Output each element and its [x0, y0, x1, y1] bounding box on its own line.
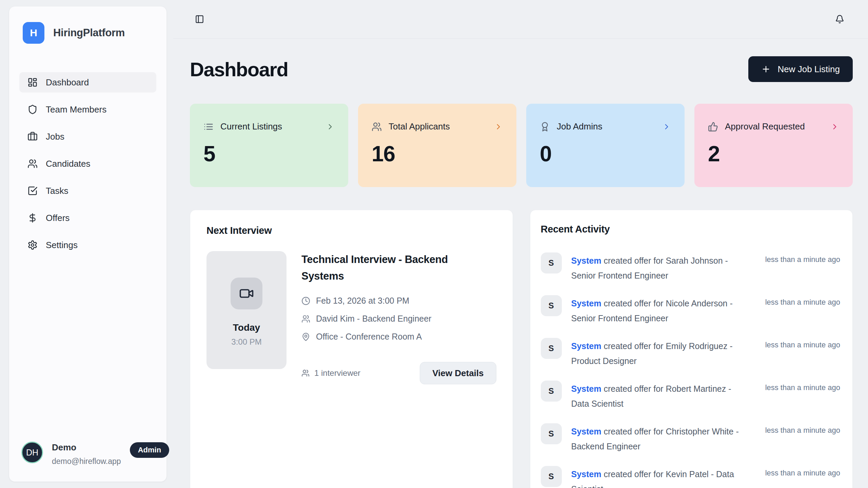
- chevron-right-icon[interactable]: [662, 122, 671, 131]
- sidebar-item-label: Team Members: [46, 104, 106, 115]
- activity-timestamp: less than a minute ago: [765, 466, 840, 477]
- sidebar-item[interactable]: Tasks: [19, 181, 156, 201]
- sidebar-item-icon: [27, 131, 38, 142]
- stat-card[interactable]: Current Listings 5: [190, 104, 348, 187]
- interview-body: Today 3:00 PM Technical Interview - Back…: [206, 251, 496, 384]
- bell-icon[interactable]: [835, 15, 844, 24]
- activity-message: System created offer for Robert Martinez…: [571, 381, 743, 411]
- stat-label: Approval Requested: [725, 121, 805, 132]
- sidebar-item[interactable]: Offers: [19, 208, 156, 228]
- activity-avatar: S: [541, 295, 562, 316]
- activity-message: System created offer for Emily Rodriguez…: [571, 338, 743, 368]
- sidebar-item[interactable]: Team Members: [19, 99, 156, 120]
- stat-icon: [708, 122, 718, 132]
- sidebar-item-label: Dashboard: [46, 77, 89, 88]
- sidebar-toggle-icon[interactable]: [195, 15, 204, 24]
- activity-avatar: S: [541, 381, 562, 402]
- activity-timestamp: less than a minute ago: [765, 252, 840, 264]
- interview-time: 3:00 PM: [231, 337, 261, 347]
- app-name: HiringPlatform: [53, 27, 125, 39]
- sidebar-item-label: Settings: [46, 240, 78, 250]
- stat-value: 0: [540, 141, 671, 166]
- users-icon: [301, 314, 310, 323]
- interview-candidate-row: David Kim - Backend Engineer: [301, 314, 496, 324]
- users-icon: [301, 369, 310, 377]
- activity-actor-link[interactable]: System: [571, 427, 601, 436]
- activity-message: System created offer for Kevin Patel - D…: [571, 466, 743, 488]
- interview-title: Technical Interview - Backend Systems: [301, 251, 491, 284]
- stat-card[interactable]: Job Admins 0: [526, 104, 685, 187]
- sidebar-item[interactable]: Settings: [19, 235, 156, 255]
- recent-activity-card: Recent Activity S System created offer f…: [530, 210, 853, 488]
- clock-icon: [301, 297, 310, 305]
- stat-card-header: Approval Requested: [708, 121, 839, 132]
- stat-label: Total Applicants: [389, 121, 450, 132]
- sidebar-item[interactable]: Jobs: [19, 126, 156, 147]
- app-logo: H: [23, 22, 44, 44]
- activity-message: System created offer for Sarah Johnson -…: [571, 252, 743, 283]
- activity-actor-link[interactable]: System: [571, 469, 601, 479]
- sidebar-nav: Dashboard Team Members Jobs Candidates T…: [19, 72, 156, 255]
- stat-label: Job Admins: [557, 121, 602, 132]
- activity-row: S System created offer for Christopher W…: [541, 423, 841, 454]
- activity-avatar: S: [541, 466, 562, 487]
- activity-actor-link[interactable]: System: [571, 384, 601, 393]
- user-section[interactable]: DH Demo demo@hireflow.app Admin: [9, 431, 166, 482]
- interviewer-count-label: 1 interviewer: [314, 368, 360, 378]
- sidebar-item-icon: [27, 186, 38, 196]
- main-area: Dashboard New Job Listing Current Listin…: [173, 0, 868, 488]
- content: Dashboard New Job Listing Current Listin…: [173, 56, 868, 488]
- new-job-listing-button[interactable]: New Job Listing: [748, 56, 853, 82]
- map-pin-icon: [301, 332, 310, 341]
- page-title: Dashboard: [190, 58, 288, 81]
- sidebar-item-label: Offers: [46, 213, 70, 223]
- chevron-right-icon[interactable]: [326, 122, 335, 131]
- stat-icon: [203, 122, 214, 132]
- interview-meta: Feb 13, 2026 at 3:00 PM David Kim - Back…: [301, 296, 496, 342]
- new-job-listing-label: New Job Listing: [777, 64, 840, 75]
- page-header: Dashboard New Job Listing: [190, 56, 853, 82]
- chevron-right-icon[interactable]: [494, 122, 503, 131]
- interview-datetime: Feb 13, 2026 at 3:00 PM: [316, 296, 409, 306]
- view-details-button[interactable]: View Details: [420, 362, 496, 384]
- interview-datetime-row: Feb 13, 2026 at 3:00 PM: [301, 296, 496, 306]
- sidebar-item[interactable]: Dashboard: [19, 72, 156, 93]
- stat-label: Current Listings: [220, 121, 282, 132]
- activity-timestamp: less than a minute ago: [765, 381, 840, 392]
- interview-footer: 1 interviewer View Details: [301, 362, 496, 384]
- activity-actor-link[interactable]: System: [571, 299, 601, 308]
- activity-avatar: S: [541, 338, 562, 359]
- stat-card[interactable]: Total Applicants 16: [358, 104, 516, 187]
- interview-location-row: Office - Conference Room A: [301, 332, 496, 342]
- activity-row: S System created offer for Sarah Johnson…: [541, 252, 841, 283]
- activity-list: S System created offer for Sarah Johnson…: [541, 252, 841, 488]
- chevron-right-icon[interactable]: [830, 122, 839, 131]
- activity-message: System created offer for Nicole Anderson…: [571, 295, 743, 326]
- stat-value: 2: [708, 141, 839, 166]
- activity-timestamp: less than a minute ago: [765, 295, 840, 307]
- activity-actor-link[interactable]: System: [571, 341, 601, 351]
- sidebar: H HiringPlatform Dashboard Team Members …: [9, 6, 167, 482]
- activity-timestamp: less than a minute ago: [765, 338, 840, 349]
- activity-row: S System created offer for Emily Rodrigu…: [541, 338, 841, 368]
- sidebar-item-icon: [27, 159, 38, 169]
- activity-actor-link[interactable]: System: [571, 256, 601, 265]
- stat-card-header: Total Applicants: [372, 121, 503, 132]
- stat-cards: Current Listings 5 Total Applicants 16 J…: [190, 104, 853, 187]
- sidebar-item[interactable]: Candidates: [19, 154, 156, 174]
- stat-value: 5: [203, 141, 335, 166]
- role-badge: Admin: [130, 442, 169, 458]
- interview-candidate: David Kim - Backend Engineer: [316, 314, 431, 324]
- interview-day: Today: [233, 322, 260, 333]
- stat-icon: [540, 122, 550, 132]
- plus-icon: [761, 64, 771, 74]
- sidebar-item-label: Candidates: [46, 159, 91, 169]
- activity-row: S System created offer for Kevin Patel -…: [541, 466, 841, 488]
- topbar: [173, 0, 868, 39]
- stat-card[interactable]: Approval Requested 2: [694, 104, 853, 187]
- sidebar-item-icon: [27, 213, 38, 223]
- activity-avatar: S: [541, 423, 562, 444]
- activity-timestamp: less than a minute ago: [765, 423, 840, 435]
- next-interview-card: Next Interview Today 3:00 PM Technical I…: [190, 210, 513, 488]
- user-email: demo@hireflow.app: [52, 457, 121, 466]
